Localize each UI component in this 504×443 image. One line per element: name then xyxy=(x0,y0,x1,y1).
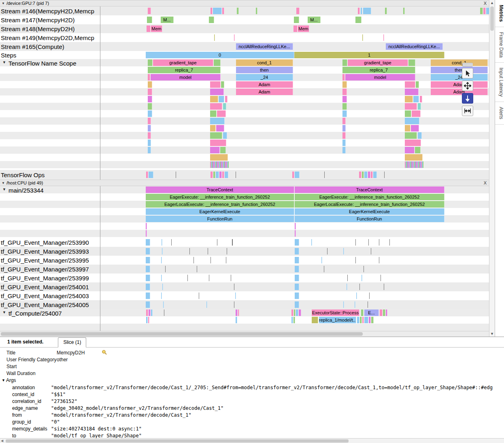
trace-event[interactable] xyxy=(383,34,384,41)
trace-event[interactable]: EagerExecute: __inference_train_function… xyxy=(146,194,294,200)
track-stream149[interactable] xyxy=(100,33,489,42)
trace-event[interactable] xyxy=(210,132,222,139)
trace-event[interactable] xyxy=(148,89,152,95)
trace-event[interactable] xyxy=(405,125,410,131)
trace-event[interactable] xyxy=(360,317,362,323)
track-event-manager-254001[interactable] xyxy=(100,282,489,291)
trace-event[interactable] xyxy=(408,59,415,66)
trace-event[interactable] xyxy=(237,8,239,14)
trace-event[interactable]: replica_7 xyxy=(148,67,221,73)
trace-event[interactable] xyxy=(148,140,151,146)
trace-event[interactable] xyxy=(148,96,152,102)
trace-event[interactable] xyxy=(295,293,299,299)
trace-event[interactable] xyxy=(211,257,211,263)
trace-event[interactable] xyxy=(480,8,483,14)
trace-event[interactable] xyxy=(324,172,325,178)
gpu-section-header[interactable]: ▼ /device:GPU:7 (pid 7) X xyxy=(0,0,489,6)
trace-event[interactable] xyxy=(293,25,298,32)
trace-event[interactable] xyxy=(148,110,152,117)
track-event-manager-253995[interactable] xyxy=(100,256,489,265)
trace-event[interactable] xyxy=(405,161,423,168)
trace-event[interactable] xyxy=(234,284,234,290)
trace-event[interactable] xyxy=(210,96,218,102)
trace-event[interactable] xyxy=(294,309,296,316)
trace-event[interactable] xyxy=(363,8,371,14)
trace-event[interactable]: 1 xyxy=(294,52,444,58)
trace-event[interactable]: Mem xyxy=(151,25,162,32)
trace-event[interactable] xyxy=(219,172,222,178)
trace-event[interactable] xyxy=(210,161,229,168)
trace-event[interactable] xyxy=(220,147,226,153)
trace-event[interactable] xyxy=(362,275,362,281)
track-name-scope[interactable]: gradient_tapecond_1gradient_tapecond_1re… xyxy=(100,59,489,170)
collapse-triangle-icon[interactable]: ▼ xyxy=(2,310,6,314)
trace-event[interactable] xyxy=(148,125,151,131)
track-stream147[interactable]: M...M... xyxy=(100,15,489,24)
trace-event[interactable]: ExecutorState::Process xyxy=(312,309,359,316)
track-steps[interactable]: 01 xyxy=(100,51,489,59)
trace-event[interactable] xyxy=(148,74,150,81)
track-tf-compute[interactable]: ExecutorState::ProcessE...replica_1/mode… xyxy=(100,309,489,331)
row-label-tf-ops[interactable]: TensorFlow Ops xyxy=(0,170,100,180)
trace-event[interactable] xyxy=(209,17,214,23)
trace-event[interactable] xyxy=(148,317,149,323)
close-icon[interactable]: X xyxy=(484,180,487,185)
horizontal-scrollbar[interactable] xyxy=(0,331,489,337)
trace-event[interactable] xyxy=(379,239,379,246)
trace-event[interactable]: replica_1/model/t... xyxy=(319,317,356,323)
trace-event[interactable] xyxy=(295,230,296,237)
trace-event[interactable] xyxy=(357,317,359,323)
trace-event[interactable] xyxy=(210,110,217,117)
trace-event[interactable] xyxy=(216,125,224,131)
trace-event[interactable] xyxy=(411,125,419,131)
trace-event[interactable] xyxy=(148,118,151,124)
track-event-manager-253993[interactable] xyxy=(100,247,489,256)
trace-event[interactable] xyxy=(223,132,227,139)
trace-event[interactable] xyxy=(148,132,151,139)
trace-event[interactable] xyxy=(342,89,347,95)
select-tool-button[interactable] xyxy=(462,68,473,78)
trace-event[interactable] xyxy=(405,81,415,88)
trace-event[interactable] xyxy=(295,239,299,246)
trace-event[interactable] xyxy=(146,284,150,290)
trace-event[interactable] xyxy=(225,172,228,178)
trace-event[interactable] xyxy=(161,293,162,299)
trace-event[interactable] xyxy=(231,275,231,281)
trace-event[interactable] xyxy=(187,275,188,281)
trace-event[interactable] xyxy=(368,172,370,178)
trace-event[interactable] xyxy=(199,293,199,299)
details-horizontal-scrollbar[interactable]: ◀ xyxy=(0,438,504,443)
trace-event[interactable]: cond_1 xyxy=(431,59,488,66)
trace-event[interactable] xyxy=(234,301,234,308)
trace-event[interactable] xyxy=(236,317,237,323)
grip-handle-icon[interactable] xyxy=(462,63,473,67)
trace-event[interactable] xyxy=(295,223,296,229)
tab-slice[interactable]: Slice (1) xyxy=(58,337,86,348)
trace-event[interactable] xyxy=(221,81,224,88)
trace-event[interactable] xyxy=(295,275,299,281)
trace-event[interactable]: Adam xyxy=(431,89,488,95)
trace-event[interactable] xyxy=(371,317,374,323)
trace-event[interactable]: _24 xyxy=(236,74,293,81)
trace-event[interactable] xyxy=(342,118,346,124)
trace-event[interactable] xyxy=(412,110,421,117)
trace-event[interactable]: model xyxy=(345,74,415,81)
trace-event[interactable] xyxy=(213,172,215,178)
trace-event[interactable] xyxy=(384,284,384,290)
trace-event[interactable]: EagerLocalExecute: __inference_train_fun… xyxy=(295,201,444,208)
args-header[interactable]: ▼ Args xyxy=(0,377,504,384)
trace-event[interactable] xyxy=(415,147,421,153)
trace-event[interactable]: gradient_tape xyxy=(153,59,213,66)
trace-event[interactable] xyxy=(146,301,150,308)
trace-event[interactable] xyxy=(324,266,324,272)
trace-event[interactable] xyxy=(208,248,208,254)
trace-event[interactable] xyxy=(146,275,150,281)
trace-event[interactable] xyxy=(362,34,363,41)
trace-event[interactable]: Adam xyxy=(431,81,488,88)
trace-event[interactable]: M... xyxy=(308,17,321,23)
tab-input-latency[interactable]: Input Latency xyxy=(495,63,504,102)
track-stream165[interactable]: ncclAllReduceRingLLKe...ncclAllReduceRin… xyxy=(100,42,489,51)
trace-event[interactable] xyxy=(293,317,295,323)
details-scrollbar-thumb[interactable] xyxy=(6,439,349,443)
trace-event[interactable] xyxy=(235,293,236,299)
